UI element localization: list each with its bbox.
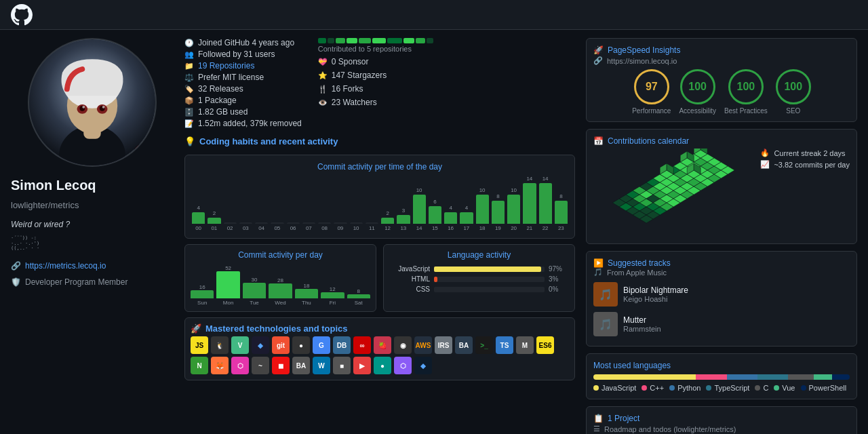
website-url: https://metrics.lecoq.io (25, 261, 106, 271)
dot-label: Vue (782, 384, 795, 392)
bar-fill (397, 215, 410, 224)
track-info: MutterRammstein (623, 315, 850, 333)
bar-fill (555, 201, 568, 224)
lang-bar-inner (434, 267, 541, 272)
profile-ascii-art: ·´¨¨)) -: ·..· ·.·') ((,..· · · (11, 236, 174, 252)
time-bar-04: 04 (255, 221, 268, 231)
time-bar-03: 03 (239, 221, 252, 231)
commit-time-chart-title: Commit activity per time of the day (192, 162, 568, 172)
tech-icon-6: G (313, 336, 330, 354)
track-list: 🎵Bipolar NightmareKeigo Hoashi🎵MutterRam… (593, 279, 850, 339)
score-circle: 100 (776, 69, 811, 104)
bar-label: 14 (416, 225, 422, 231)
list-icon: ☰ (593, 425, 600, 433)
time-bar-01: 201 (208, 210, 220, 231)
dot-label: Python (677, 384, 701, 392)
profile-developer-program: 🛡️ Developer Program Member (11, 277, 174, 287)
tech-icon-7: DB (333, 336, 351, 354)
svg-point-11 (102, 106, 105, 108)
diff-icon: 📝 (184, 119, 194, 128)
score-circle: 100 (680, 69, 715, 104)
calendar-icon: 📅 (593, 136, 604, 146)
github-logo-icon (11, 4, 33, 26)
bar-label: 16 (448, 225, 454, 231)
stat-sponsor: 💝 0 Sponsor (318, 57, 433, 66)
bar-label: 00 (195, 225, 201, 231)
tech-icon-28: ⬡ (394, 357, 412, 374)
bar-label: 04 (258, 225, 264, 231)
bar-fill (192, 212, 205, 224)
database-icon: 🗄️ (184, 108, 194, 117)
language-legend-bar (593, 374, 850, 380)
day-bar-Tue: 30Tue (243, 277, 266, 306)
day-bar-value: 52 (225, 265, 231, 271)
project-panel: 📋 1 Project ☰ Roadmap and todos (lowligh… (586, 406, 857, 434)
tech-icon-1: 🐧 (211, 336, 229, 354)
bar-value: 4 (197, 205, 199, 211)
lang-dot-vue: Vue (774, 384, 795, 392)
lang-dot-powershell: PowerShell (801, 384, 847, 392)
tech-icon-11: AWS (414, 336, 432, 354)
avatar-badge: ⚡ (134, 144, 150, 160)
day-bar-fill (243, 283, 266, 298)
commit-day-chart-section: Commit activity per day 16Sun52Mon30Tue2… (184, 244, 376, 312)
bar-value: 2 (213, 210, 216, 216)
time-bar-02: 02 (224, 221, 237, 231)
bar-fill (381, 218, 394, 224)
tech-icons-row: JS🐧V◆git●GDB∞🍓◉AWSIRSBA>_TSMES6N🦊⬡~◼BAW■… (191, 336, 569, 374)
project-icon: 📋 (593, 414, 604, 423)
stat-watchers: 👁️ 23 Watchers (318, 98, 433, 107)
bar-label: 03 (243, 225, 249, 231)
music-icon: 🎵 (593, 268, 603, 277)
tech-icon-22: ◼ (272, 357, 290, 374)
bar-value: 10 (511, 187, 517, 193)
score-label: Accessibility (679, 107, 715, 115)
bar-label: 02 (227, 225, 233, 231)
time-bar-17: 417 (460, 205, 473, 231)
middle-column: 🕐 Joined GitHub 4 years ago 👥 Followed b… (184, 38, 575, 426)
stat-package: 📦 1 Package (184, 96, 302, 105)
commit-day-chart-title: Commit activity per day (191, 250, 370, 260)
languages-title-row: Most used languages (593, 361, 850, 370)
tech-title: 🚀 Mastered technologies and topics (191, 323, 569, 334)
day-bar-label: Sat (355, 300, 363, 306)
project-meta: ☰ Roadmap and todos (lowlighter/metrics)… (593, 425, 850, 434)
bar-label: 19 (495, 225, 501, 231)
stat-forks: 🍴 16 Forks (318, 84, 433, 94)
time-bar-15: 615 (429, 199, 441, 231)
dot (706, 385, 711, 391)
score-label: Best Practices (724, 107, 768, 115)
language-activity-bars: JavaScript97%HTML3%CSS0% (389, 265, 569, 293)
bar-label: 12 (384, 225, 391, 231)
lang-legend-seg-c (788, 374, 814, 380)
lang-bar-row-javascript: JavaScript97% (389, 265, 569, 273)
profile-handle: lowlighter/metrics (11, 200, 174, 210)
time-bar-05: 05 (271, 221, 283, 231)
language-legend-dots: JavaScriptC++PythonTypeScriptCVuePowerSh… (593, 384, 850, 392)
bulb-icon: 💡 (184, 136, 195, 146)
project-name-row: ☰ Roadmap and todos (lowlighter/metrics) (593, 425, 850, 433)
project-title: 1 Project (608, 414, 639, 423)
dot (774, 385, 779, 391)
from-apple-music: 🎵 From Apple Music (593, 268, 850, 277)
tech-icon-13: BA (455, 336, 473, 354)
contribution-bar-section: Contributed to 5 repositories (318, 38, 433, 53)
bar-fill (302, 222, 315, 224)
tech-section: 🚀 Mastered technologies and topics JS🐧V◆… (184, 317, 575, 380)
bar-fill (429, 206, 441, 224)
bar-value: 14 (542, 176, 549, 182)
score-label: SEO (786, 107, 800, 115)
isometric-calendar: /* rendered by JS */ (593, 149, 753, 237)
main-content: ⚡ Simon Lecoq lowlighter/metrics Weird o… (0, 30, 868, 434)
dot (755, 385, 760, 391)
commit-time-chart-section: Commit activity per time of the day 4002… (184, 155, 575, 239)
day-bar-Sat: 8Sat (347, 288, 370, 306)
profile-website-link[interactable]: 🔗 https://metrics.lecoq.io (11, 261, 174, 271)
day-bar-label: Wed (275, 300, 285, 306)
contributions-title-row: 📅 Contributions calendar (593, 136, 850, 146)
lang-pct: 3% (549, 275, 569, 283)
clock-icon: 🕐 (184, 39, 194, 47)
stat-releases: 🏷️ 32 Releases (184, 84, 302, 94)
heart-icon: 💝 (318, 58, 328, 66)
lang-bar-outer (434, 277, 545, 282)
